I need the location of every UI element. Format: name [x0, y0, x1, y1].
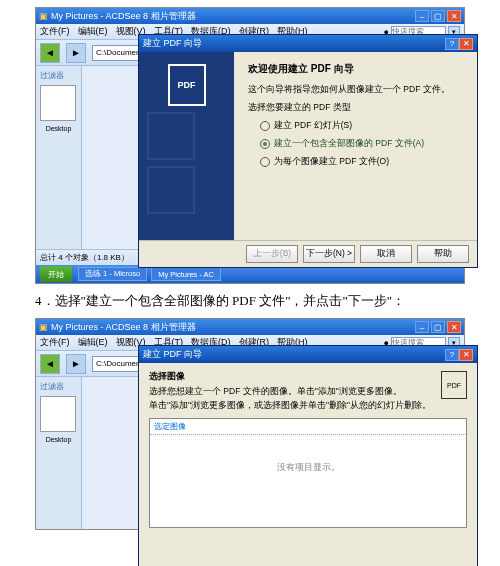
status-count: 总计 4 个对象（1.8 KB） — [40, 252, 129, 263]
wizard2-heading: 选择图像 — [149, 371, 441, 383]
radio-slideshow[interactable]: 建立 PDF 幻灯片(S) — [260, 120, 467, 132]
radio-icon — [260, 121, 270, 131]
dialog-help-button-2[interactable]: ? — [445, 349, 459, 361]
minimize-button-2[interactable]: – — [415, 321, 429, 333]
selected-images-list[interactable]: 选定图像 没有项目显示。 — [149, 418, 467, 528]
dialog-title-2: 建立 PDF 向导 — [143, 348, 202, 361]
radio-label-1: 建立 PDF 幻灯片(S) — [274, 120, 352, 132]
wizard-heading: 欢迎使用建立 PDF 向导 — [248, 62, 467, 76]
wizard-intro: 这个向导将指导您如何从图像建立一个 PDF 文件。 — [248, 84, 467, 96]
dialog-close-button[interactable]: ✕ — [459, 38, 473, 50]
task-item-acdsee[interactable]: My Pictures - AC — [151, 267, 221, 281]
app-titlebar: ▣ My Pictures - ACDSee 8 相片管理器 – ▢ ✕ — [36, 8, 464, 24]
pdf-icon-small: PDF — [441, 371, 467, 399]
dialog-titlebar: 建立 PDF 向导 ? ✕ — [139, 35, 477, 52]
nav-forward-button-2[interactable]: ► — [66, 354, 86, 374]
minimize-button[interactable]: – — [415, 10, 429, 22]
dialog-close-button-2[interactable]: ✕ — [459, 349, 473, 361]
cancel-button[interactable]: 取消 — [360, 245, 412, 263]
radio-icon — [260, 157, 270, 167]
app-title-2: My Pictures - ACDSee 8 相片管理器 — [51, 321, 196, 334]
nav-back-button-2[interactable]: ◄ — [40, 354, 60, 374]
help-button[interactable]: 帮助 — [417, 245, 469, 263]
next-button[interactable]: 下一步(N) > — [303, 245, 355, 263]
radio-per-image[interactable]: 为每个图像建立 PDF 文件(O) — [260, 156, 467, 168]
empty-message: 没有项目显示。 — [150, 462, 466, 474]
radio-label-2: 建立一个包含全部图像的 PDF 文件(A) — [274, 138, 424, 150]
folder-icon: ▣ — [39, 322, 48, 332]
prev-button: 上一步(B) — [246, 245, 298, 263]
filter-title-2: 过滤器 — [40, 381, 77, 392]
app-titlebar-2: ▣ My Pictures - ACDSee 8 相片管理器 – ▢ ✕ — [36, 319, 464, 335]
desktop-thumb-2[interactable] — [40, 396, 76, 432]
sidebar-filter-2: 过滤器 Desktop — [36, 377, 82, 529]
dialog-title: 建立 PDF 向导 — [143, 37, 202, 50]
wizard-prompt: 选择您要建立的 PDF 类型 — [248, 102, 467, 114]
task-item-word[interactable]: 选练 1 - Microso — [78, 267, 147, 281]
menu-file-2[interactable]: 文件(F) — [40, 336, 70, 349]
desktop-label-2: Desktop — [40, 436, 77, 443]
nav-forward-button[interactable]: ► — [66, 43, 86, 63]
sidebar-filter: 过滤器 Desktop — [36, 66, 82, 249]
dialog-titlebar-2: 建立 PDF 向导 ? ✕ — [139, 346, 477, 363]
pdf-wizard-dialog: 建立 PDF 向导 ? ✕ PDF 欢迎使用建立 PDF 向导 这个向导将指导您… — [138, 34, 478, 268]
radio-label-3: 为每个图像建立 PDF 文件(O) — [274, 156, 389, 168]
step-instruction: 4．选择"建立一个包含全部图像的 PDF 文件"，并点击"下一步"： — [35, 292, 465, 310]
nav-back-button[interactable]: ◄ — [40, 43, 60, 63]
pdf-icon: PDF — [168, 64, 206, 106]
menu-file[interactable]: 文件(F) — [40, 25, 70, 38]
menu-edit-2[interactable]: 编辑(E) — [78, 336, 108, 349]
wizard-sidebar: PDF — [139, 52, 234, 240]
radio-icon — [260, 139, 270, 149]
radio-single-pdf[interactable]: 建立一个包含全部图像的 PDF 文件(A) — [260, 138, 467, 150]
start-button[interactable]: 开始 — [40, 266, 72, 282]
maximize-button-2[interactable]: ▢ — [431, 321, 445, 333]
list-header: 选定图像 — [150, 419, 466, 435]
filter-title: 过滤器 — [40, 70, 77, 81]
dialog-help-button[interactable]: ? — [445, 38, 459, 50]
wizard2-desc1: 选择您想建立一个 PDF 文件的图像。单击"添加"浏览更多图像。 — [149, 386, 441, 398]
close-button[interactable]: ✕ — [447, 10, 461, 22]
desktop-label: Desktop — [40, 125, 77, 132]
desktop-thumb[interactable] — [40, 85, 76, 121]
close-button-2[interactable]: ✕ — [447, 321, 461, 333]
maximize-button[interactable]: ▢ — [431, 10, 445, 22]
wizard2-desc2: 单击"添加"浏览更多图像，或选择图像并单击"删除"从您的幻灯片删除。 — [149, 400, 441, 412]
pdf-wizard-dialog-2: 建立 PDF 向导 ? ✕ 选择图像 选择您想建立一个 PDF 文件的图像。单击… — [138, 345, 478, 566]
folder-icon: ▣ — [39, 11, 48, 21]
app-title: My Pictures - ACDSee 8 相片管理器 — [51, 10, 196, 23]
menu-edit[interactable]: 编辑(E) — [78, 25, 108, 38]
